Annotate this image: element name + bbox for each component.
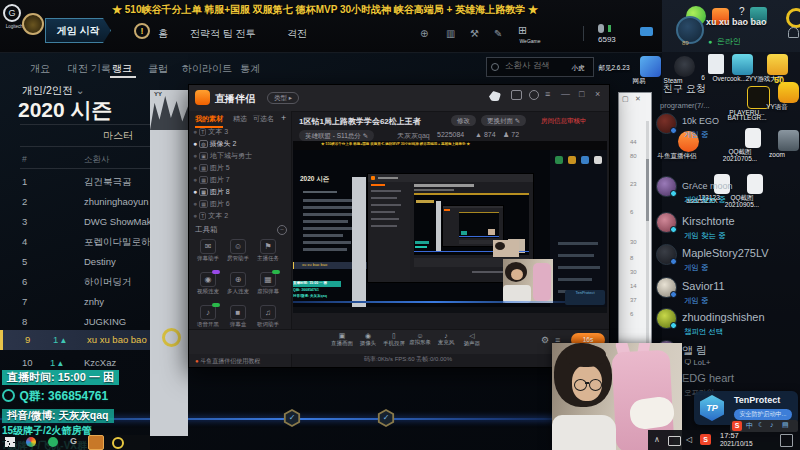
friend-row[interactable] <box>656 308 677 329</box>
tab-history[interactable]: 대전 기록 <box>68 62 111 76</box>
tab-ranked[interactable]: 랭크 <box>112 62 132 76</box>
close-icon[interactable]: × <box>595 89 600 99</box>
lang-mode-icon[interactable]: 中 <box>746 421 753 431</box>
maximize-icon[interactable]: □ <box>579 89 584 99</box>
browser-icon[interactable] <box>26 437 36 447</box>
notification-center-icon[interactable] <box>780 434 793 447</box>
profile-name[interactable]: xu xu bao bao <box>706 17 767 27</box>
tool-item[interactable]: ◉视频连麦 <box>193 272 223 305</box>
stream-preview[interactable]: ★ 510峡谷千分上单 韩服+国服 双服第七 德杯MVP 30小时战神 峡谷高端… <box>293 141 607 313</box>
tool-item[interactable]: ⚑主播任务 <box>253 239 283 272</box>
tab-highlights[interactable]: 하이라이트 <box>182 62 232 76</box>
tray-expand-icon[interactable]: ∧ <box>654 435 660 444</box>
sogou-icon[interactable]: S <box>732 421 742 431</box>
edit-title-button[interactable]: 修改 <box>451 115 476 126</box>
tab-overview[interactable]: 개요 <box>30 62 50 76</box>
input-method-bar[interactable]: S 中 ☾ ♪ ▤ <box>730 420 798 432</box>
tray-time[interactable]: 17:57 <box>720 431 739 440</box>
toolbar-mic[interactable]: ♪麦克风 <box>433 332 459 346</box>
material-item[interactable]: ● ▦ 图片 7 <box>193 175 289 186</box>
menu-icon[interactable]: ≡ <box>545 89 550 99</box>
toolbar-phone-cast[interactable]: ▯手机投屏 <box>381 332 407 347</box>
friend-row[interactable] <box>656 244 677 265</box>
tray-date[interactable]: 2021/10/15 <box>720 440 753 447</box>
tool-item[interactable]: ✉弹幕助手 <box>193 239 223 272</box>
loot-bag-icon[interactable]: ▥ <box>446 28 455 39</box>
category-pill[interactable]: 英雄联盟 - S11总分 ✎ <box>299 130 374 141</box>
tool-item[interactable]: ⊕多人连麦 <box>223 272 253 305</box>
friend-status: 게임 찾는 중 <box>684 231 726 241</box>
restore-icon[interactable]: ▢ <box>622 95 629 103</box>
milestone-hex-icon[interactable]: ✓ <box>377 409 395 427</box>
friend-row[interactable] <box>656 176 677 197</box>
green-app-icon[interactable] <box>48 437 58 447</box>
settings-gear-icon[interactable]: ⚙ <box>541 335 549 345</box>
desktop-icon-label[interactable]: 邮见2.6.23 <box>592 64 636 73</box>
material-item[interactable]: ● T 文本 3 <box>193 127 289 138</box>
start-button[interactable] <box>5 437 15 447</box>
nav-clash[interactable]: 격전 <box>287 27 307 41</box>
desktop-icon[interactable]: QQ截图20210905... <box>733 174 777 210</box>
clip-icon[interactable]: ✎ <box>494 28 502 39</box>
tab-featured[interactable]: 精选 <box>233 114 247 124</box>
minimize-icon[interactable]: — <box>561 89 570 99</box>
toolbar-camera[interactable]: ◉摄像头 <box>355 332 381 347</box>
bell-icon[interactable] <box>788 27 799 38</box>
tool-item[interactable]: ☺房管助手 <box>223 239 253 272</box>
keyboard-icon[interactable]: ▤ <box>782 421 789 429</box>
tab-optional[interactable]: 可选名 <box>253 114 274 124</box>
bell-icon[interactable] <box>529 90 539 100</box>
add-material-button[interactable]: + <box>281 113 286 123</box>
desktop-icon[interactable]: 50YY语音 <box>766 82 800 112</box>
tab-clubs[interactable]: 클럽 <box>148 62 168 76</box>
mini3-band <box>436 201 441 251</box>
forge-icon[interactable]: ⚒ <box>470 28 479 39</box>
play-button[interactable]: 게임 시작 <box>45 18 111 43</box>
friend-row[interactable] <box>656 212 677 233</box>
active-app-icon[interactable] <box>88 435 104 450</box>
material-item[interactable]: ● ◎ 摄像头 2 <box>193 139 289 150</box>
cloud-pc-icon[interactable] <box>640 27 653 36</box>
material-item[interactable]: ● T 文本 2 <box>193 211 289 222</box>
friends-group[interactable]: programer(7/... <box>660 101 710 110</box>
desktop-icon[interactable]: zoom <box>766 130 800 158</box>
ghub-taskbar-icon[interactable]: G <box>70 436 77 446</box>
network-icon[interactable] <box>668 436 681 446</box>
volume-icon[interactable]: ◁ <box>686 435 692 444</box>
sogou-tray-icon[interactable]: S <box>700 434 711 445</box>
close-icon[interactable]: ✕ <box>635 95 641 103</box>
milestone-hex-icon[interactable]: ✓ <box>283 409 301 427</box>
mic-icon[interactable]: ♪ <box>770 421 774 428</box>
alert-coin-icon[interactable]: ! <box>134 23 150 39</box>
ring-app-icon[interactable] <box>786 8 800 28</box>
profile-avatar[interactable] <box>676 16 704 44</box>
toolbar-avatar[interactable]: ☺虚拟形象 <box>407 332 433 346</box>
play-circle-icon[interactable] <box>162 328 181 347</box>
material-item[interactable]: ● ▦ 图片 5 <box>193 163 289 174</box>
scrollbar-thumb[interactable] <box>646 159 649 221</box>
toolbar-live-screen[interactable]: ▣直播画面 <box>329 332 355 347</box>
wegame-grid-icon[interactable]: ⊞ <box>518 24 527 37</box>
nav-tft[interactable]: 전략적 팀 전투 <box>190 27 256 41</box>
material-item[interactable]: ● ▣ 地下城与勇士 <box>193 151 289 162</box>
nav-home[interactable]: 홈 <box>158 27 168 41</box>
review-status: 房间信息审核中 <box>541 117 587 126</box>
tutorial-link[interactable]: ● 斗鱼直播伴侣使用教程 <box>195 357 260 366</box>
type-badge[interactable]: 类型 ▸ <box>267 92 299 104</box>
add-friend-icon[interactable]: ⊕ <box>420 28 428 39</box>
moon-icon[interactable]: ☾ <box>758 421 764 429</box>
material-item[interactable]: ● ▦ 图片 6 <box>193 199 289 210</box>
friend-row[interactable] <box>656 277 677 298</box>
friend-row[interactable] <box>656 113 677 134</box>
tool-item[interactable]: ▦虚拟弹幕 <box>253 272 283 305</box>
help-icon[interactable]: ? <box>739 6 745 17</box>
collapse-icon[interactable]: – <box>277 225 287 235</box>
cover-button[interactable]: 更换封面 ✎ <box>481 115 526 126</box>
material-item[interactable]: ● ▦ 图片 8 <box>193 187 289 198</box>
message-icon[interactable] <box>511 90 522 100</box>
tab-my-materials[interactable]: 我的素材 <box>195 114 223 128</box>
tab-stats[interactable]: 통계 <box>240 62 260 76</box>
mic-icon[interactable] <box>598 24 604 33</box>
toolbar-speaker[interactable]: ◁扬声器 <box>459 332 485 347</box>
ring-app-taskbar-icon[interactable] <box>112 437 124 449</box>
